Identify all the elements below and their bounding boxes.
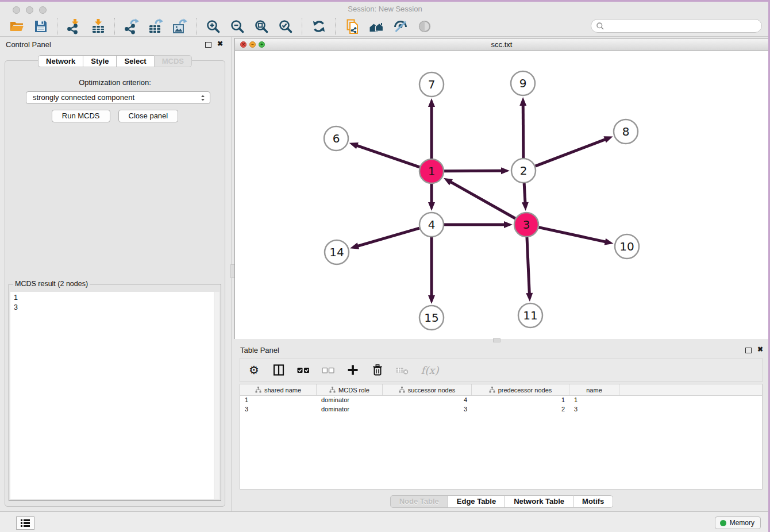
graph-node-label: 15 (424, 311, 438, 325)
run-mcds-button[interactable]: Run MCDS (52, 110, 110, 122)
import-network-button[interactable] (65, 17, 83, 36)
graphics-details-button[interactable] (391, 17, 410, 36)
horizontal-splitter-grip[interactable] (493, 338, 500, 342)
close-panel-icon[interactable]: ✖ (757, 345, 763, 353)
select-all-button[interactable] (297, 363, 310, 377)
memory-button[interactable]: Memory (715, 516, 761, 529)
task-history-button[interactable] (16, 516, 34, 530)
search-field[interactable] (591, 19, 762, 33)
table-cell[interactable]: 4 (383, 396, 472, 405)
mcds-result-text[interactable]: 13 (10, 292, 220, 499)
network-canvas[interactable]: 7968124314101511 (235, 51, 768, 339)
graph-edge-4-14[interactable] (357, 228, 419, 246)
graph-edge-2-3[interactable] (524, 183, 525, 204)
table-cell[interactable]: 3 (383, 405, 472, 414)
deselect-all-button[interactable] (321, 363, 335, 377)
column-header-label: name (586, 387, 602, 394)
float-panel-icon[interactable] (205, 42, 211, 48)
column-header-predecessor-nodes[interactable]: predecessor nodes (472, 384, 569, 395)
zoom-out-button[interactable] (228, 17, 247, 36)
import-network-icon (66, 18, 82, 34)
memory-status-dot (720, 520, 726, 526)
edge-arrowhead (603, 136, 613, 142)
graph-edge-3-1[interactable] (449, 182, 515, 219)
optimization-criterion-select[interactable]: strongly connected component (26, 91, 210, 104)
export-table-button[interactable] (147, 17, 165, 36)
network-canvas-svg: 7968124314101511 (235, 51, 768, 339)
table-cell[interactable]: 2 (472, 405, 569, 414)
column-header-shared-name[interactable]: shared name (240, 384, 317, 395)
zoom-selected-button[interactable] (276, 17, 295, 36)
close-panel-icon[interactable]: ✖ (217, 40, 223, 48)
export-image-button[interactable] (171, 17, 189, 36)
column-header-successor-nodes[interactable]: successor nodes (383, 384, 472, 395)
network-view-window: ✕ − + scc.txt 7968124314101511 (234, 38, 769, 339)
tab-mcds[interactable]: MCDS (154, 55, 192, 67)
table-cell[interactable]: 3 (240, 405, 317, 414)
graph-node-label: 14 (329, 245, 344, 259)
table-cell[interactable]: 1 (472, 396, 569, 405)
table-row[interactable]: 3dominator323 (240, 405, 762, 414)
gear-button[interactable]: ⚙ (247, 363, 261, 377)
refresh-button[interactable] (310, 17, 328, 36)
search-input[interactable] (605, 20, 761, 32)
open-session-button[interactable] (7, 17, 26, 36)
zoom-fit-button[interactable] (252, 17, 271, 36)
graph-node-label: 6 (333, 132, 340, 145)
graph-node-label: 2 (520, 164, 528, 178)
graph-edge-1-2[interactable] (444, 171, 503, 171)
save-session-button[interactable] (32, 17, 50, 36)
result-scrollbar[interactable] (214, 292, 220, 499)
tab-network-table[interactable]: Network Table (505, 495, 573, 508)
close-window-button[interactable] (13, 6, 20, 14)
houses-button[interactable] (367, 17, 386, 36)
float-panel-icon[interactable] (745, 348, 752, 353)
tab-network[interactable]: Network (38, 55, 83, 67)
vertical-splitter[interactable] (230, 37, 234, 511)
network-close-button[interactable]: ✕ (240, 41, 247, 48)
delete-column-button[interactable] (371, 363, 384, 377)
zoom-in-button[interactable] (204, 17, 222, 36)
tab-style[interactable]: Style (83, 55, 116, 67)
import-table-button[interactable] (89, 17, 107, 36)
mcds-panel: Optimization criterion: strongly connect… (5, 60, 225, 507)
result-line: 3 (14, 303, 216, 313)
table-cell[interactable]: dominator (317, 405, 383, 414)
column-header-mcds-role[interactable]: MCDS role (317, 384, 383, 395)
birds-eye-button[interactable] (415, 17, 434, 36)
table-header-row: shared nameMCDS rolesuccessor nodesprede… (240, 384, 762, 396)
list-icon (20, 519, 30, 527)
tree-icon (329, 387, 336, 393)
tab-edge-table[interactable]: Edge Table (448, 495, 505, 508)
graph-edge-1-6[interactable] (356, 145, 419, 167)
graph-edge-2-9[interactable] (523, 104, 523, 158)
table-cell[interactable]: 1 (569, 396, 619, 405)
table-cell[interactable]: 1 (240, 396, 317, 405)
graph-node-label: 3 (523, 218, 530, 232)
graph-edge-3-11[interactable] (527, 237, 529, 295)
control-panel-title: Control Panel (6, 40, 51, 49)
close-panel-button[interactable]: Close panel (118, 110, 179, 122)
tab-node-table[interactable]: Node Table (390, 495, 448, 508)
application-window: Session: New Session (0, 0, 770, 532)
table-cell[interactable]: dominator (317, 396, 383, 405)
network-minimize-button[interactable]: − (249, 41, 256, 48)
column-header-name[interactable]: name (569, 384, 619, 395)
tab-select[interactable]: Select (116, 55, 153, 67)
minimize-window-button[interactable] (26, 6, 33, 14)
tab-motifs[interactable]: Motifs (573, 495, 613, 508)
zoom-window-button[interactable] (39, 6, 47, 14)
export-network-button[interactable] (122, 17, 141, 36)
graph-edge-3-10[interactable] (538, 228, 606, 242)
graph-edge-2-8[interactable] (536, 139, 607, 166)
table-row[interactable]: 1dominator411 (240, 396, 762, 405)
node-table: shared nameMCDS rolesuccessor nodesprede… (240, 384, 763, 489)
column-header-label: shared name (264, 387, 301, 394)
result-line: 1 (14, 293, 216, 303)
show-column-button[interactable] (272, 363, 286, 377)
clone-network-button[interactable] (343, 17, 361, 36)
network-zoom-button[interactable]: + (259, 41, 265, 48)
add-column-button[interactable] (346, 363, 360, 377)
table-cell[interactable]: 3 (569, 405, 619, 414)
tree-icon (255, 387, 261, 393)
